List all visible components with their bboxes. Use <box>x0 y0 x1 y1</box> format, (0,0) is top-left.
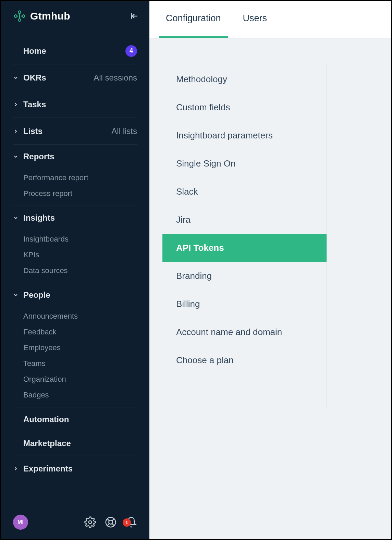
sidebar-item-label: Marketplace <box>23 439 71 448</box>
sidebar-subitem[interactable]: Announcements <box>23 308 137 324</box>
sidebar-item-tasks[interactable]: Tasks <box>13 91 137 118</box>
svg-point-1 <box>14 15 17 17</box>
sidebar: Gtmhub Home 4 OKRs <box>1 1 149 539</box>
reports-sublist: Performance report Process report <box>13 169 137 206</box>
sidebar-subitem[interactable]: Data sources <box>23 263 137 279</box>
gear-icon[interactable] <box>84 516 96 528</box>
sidebar-subitem[interactable]: Employees <box>23 340 137 356</box>
sidebar-item-label: Reports <box>23 152 54 161</box>
sidebar-item-people[interactable]: People <box>13 283 137 307</box>
notification-badge: 1 <box>123 518 131 527</box>
main: Configuration Users Methodology Custom f… <box>149 1 391 539</box>
collapse-sidebar-button[interactable] <box>129 11 139 21</box>
sidebar-item-reports[interactable]: Reports <box>13 145 137 169</box>
insights-sublist: Insightboards KPIs Data sources <box>13 230 137 283</box>
sidebar-item-home[interactable]: Home 4 <box>13 38 137 64</box>
svg-point-2 <box>22 15 25 17</box>
sidebar-item-label: People <box>23 290 50 300</box>
sidebar-item-right[interactable]: All sessions <box>94 73 137 83</box>
chevron-down-icon <box>13 75 23 81</box>
sidebar-item-experiments[interactable]: Experiments <box>13 455 137 482</box>
sidebar-item-label: OKRs <box>23 73 46 83</box>
svg-point-7 <box>109 520 112 524</box>
sidebar-nav: Home 4 OKRs All sessions Tasks <box>1 32 149 505</box>
help-icon[interactable] <box>105 516 117 528</box>
avatar[interactable]: MI <box>13 515 28 530</box>
settings-panel: Methodology Custom fields Insightboard p… <box>162 65 327 408</box>
sidebar-item-insights[interactable]: Insights <box>13 206 137 230</box>
tab-users[interactable]: Users <box>236 0 274 38</box>
settings-item-slack[interactable]: Slack <box>162 177 327 206</box>
sidebar-subitem[interactable]: Organization <box>23 371 137 387</box>
chevron-right-icon <box>13 102 23 107</box>
sidebar-item-label: Tasks <box>23 100 46 109</box>
app-name: Gtmhub <box>30 10 70 22</box>
settings-item-account-name-and-domain[interactable]: Account name and domain <box>162 318 327 346</box>
sidebar-subitem[interactable]: Teams <box>23 356 137 371</box>
logo-icon <box>13 10 26 23</box>
chevron-down-icon <box>13 292 23 298</box>
tab-configuration[interactable]: Configuration <box>159 0 228 38</box>
sidebar-item-right[interactable]: All lists <box>111 126 137 136</box>
chevron-down-icon <box>13 154 23 159</box>
settings-item-api-tokens[interactable]: API Tokens <box>162 234 327 262</box>
settings-item-billing[interactable]: Billing <box>162 290 327 318</box>
sidebar-header: Gtmhub <box>1 1 149 32</box>
sidebar-item-marketplace[interactable]: Marketplace <box>13 431 137 455</box>
svg-point-0 <box>18 11 21 14</box>
settings-item-custom-fields[interactable]: Custom fields <box>162 93 327 121</box>
settings-item-choose-a-plan[interactable]: Choose a plan <box>162 346 327 374</box>
sidebar-item-automation[interactable]: Automation <box>13 407 137 431</box>
svg-point-4 <box>19 15 21 17</box>
sidebar-footer: MI 1 <box>1 505 149 539</box>
sidebar-subitem[interactable]: Feedback <box>23 324 137 340</box>
settings-item-branding[interactable]: Branding <box>162 262 327 290</box>
settings-item-methodology[interactable]: Methodology <box>162 65 327 93</box>
chevron-right-icon <box>13 128 23 134</box>
sidebar-item-label: Insights <box>23 213 55 223</box>
svg-point-5 <box>89 521 92 524</box>
tabbar: Configuration Users <box>149 1 391 38</box>
chevron-down-icon <box>13 215 23 221</box>
chevron-right-icon <box>13 466 23 471</box>
sidebar-subitem[interactable]: Badges <box>23 387 137 403</box>
sidebar-item-okrs[interactable]: OKRs All sessions <box>13 64 137 91</box>
settings-item-single-sign-on[interactable]: Single Sign On <box>162 149 327 177</box>
sidebar-subitem[interactable]: Process report <box>23 186 137 201</box>
sidebar-subitem[interactable]: KPIs <box>23 247 137 263</box>
bell-icon[interactable]: 1 <box>125 516 137 528</box>
sidebar-item-label: Experiments <box>23 464 73 474</box>
sidebar-item-label: Automation <box>23 415 69 424</box>
settings-item-insightboard-parameters[interactable]: Insightboard parameters <box>162 121 327 149</box>
settings-item-jira[interactable]: Jira <box>162 206 327 234</box>
sidebar-item-label: Lists <box>23 126 42 136</box>
svg-point-3 <box>18 19 21 22</box>
content: Methodology Custom fields Insightboard p… <box>149 38 391 539</box>
home-badge: 4 <box>125 45 137 57</box>
sidebar-item-label: Home <box>23 46 46 56</box>
sidebar-item-lists[interactable]: Lists All lists <box>13 118 137 145</box>
logo[interactable]: Gtmhub <box>13 10 70 23</box>
sidebar-subitem[interactable]: Performance report <box>23 170 137 186</box>
sidebar-subitem[interactable]: Insightboards <box>23 231 137 247</box>
people-sublist: Announcements Feedback Employees Teams O… <box>13 307 137 407</box>
